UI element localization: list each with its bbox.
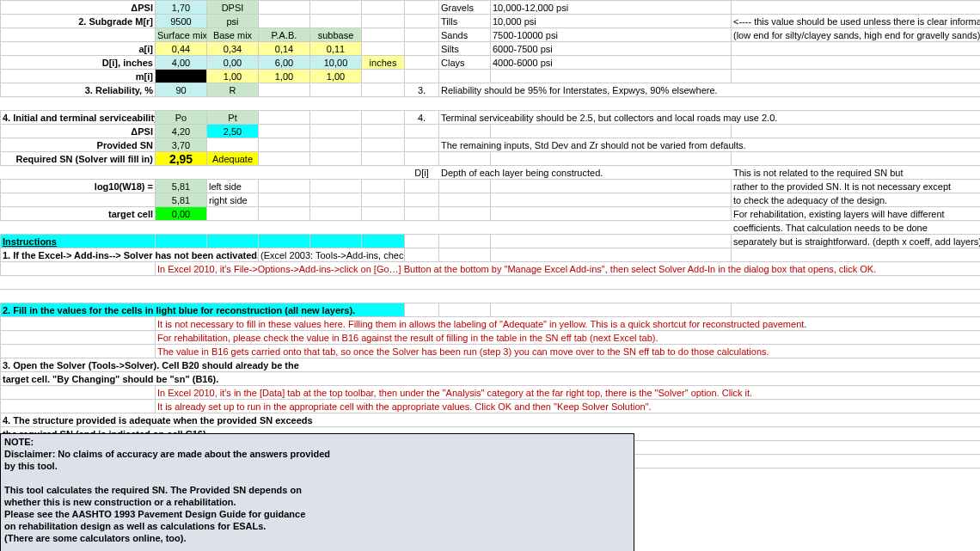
label-sect4: 4. Initial and terminal serviceability (1, 111, 156, 125)
cell-provsn[interactable]: 3,70 (156, 138, 207, 152)
txt-Di: Depth of each layer being constructed. (439, 166, 732, 180)
instr-1p: (Excel 2003: Tools->Add-ins, check the S… (259, 248, 405, 262)
di-n5: coefficients. That calculation needs to … (732, 221, 981, 235)
hdr-R: R (207, 83, 259, 97)
cell-m1[interactable]: 1,00 (207, 70, 259, 83)
note3-text: Reliability should be 95% for Interstate… (439, 83, 981, 97)
di-n2: rather to the provided SN. It is not nec… (732, 180, 981, 193)
cell-dpsi[interactable]: 1,70 (156, 1, 207, 15)
val-clays: 4000-6000 psi (491, 56, 732, 70)
cell-d2[interactable]: 6,00 (259, 56, 310, 70)
instr-2b: For rehabilitation, please check the val… (156, 331, 981, 345)
hdr-base: Base mix (207, 28, 259, 42)
lbl-clays: Clays (439, 56, 491, 70)
cell-m3[interactable]: 1,00 (310, 70, 362, 83)
label-reliability: 3. Reliability, % (1, 83, 156, 97)
label-reqsn: Required SN (Solver will fill in) (1, 152, 156, 166)
label-dpsi2: ΔPSI (1, 125, 156, 138)
instr-3r2: It is already set up to run in the appro… (156, 400, 981, 413)
di-n1: This is not related to the required SN b… (732, 166, 981, 180)
val-silts: 6000-7500 psi (491, 42, 732, 56)
di-n6: separately but is straightforward. (dept… (732, 235, 981, 248)
hdr-surf: Surface mix (156, 28, 207, 42)
val-tills: 10,000 psi (491, 15, 732, 28)
cell-d3[interactable]: 10,00 (310, 56, 362, 70)
spreadsheet-viewport: ΔPSI 1,70 DPSI Gravels 10,000-12,000 psi… (0, 0, 980, 551)
cell-m0 (156, 70, 207, 83)
cell-m2[interactable]: 1,00 (259, 70, 310, 83)
lbl-Di: D[i] (405, 166, 439, 180)
instr-1: 1. If the Excel-> Add-ins--> Solver has … (1, 248, 259, 262)
di-n4: For rehabilitation, existing layers will… (732, 207, 981, 221)
instr-3a: 3. Open the Solver (Tools->Solver). Cell… (1, 358, 981, 372)
worksheet-grid[interactable]: ΔPSI 1,70 DPSI Gravels 10,000-12,000 psi… (0, 0, 980, 468)
label-di: D[i], inches (1, 56, 156, 70)
note-box: NOTE: Disclaimer: No claims of accuracy … (0, 433, 634, 551)
hdr-Pt: Pt (207, 111, 259, 125)
cell-a2[interactable]: 0,14 (259, 42, 310, 56)
hdr-dpsi: DPSI (207, 1, 259, 15)
label-subgrade: 2. Subgrade M[r] (1, 15, 156, 28)
label-log10: log10(W18) = (1, 180, 156, 193)
instr-2c: The value in B16 gets carried onto that … (156, 345, 981, 358)
cell-po[interactable]: 4,20 (156, 125, 207, 138)
lbl-gravels: Gravels (439, 1, 491, 15)
hdr-subb: subbase (310, 28, 362, 42)
instr-2a: It is not necessary to fill in these val… (156, 317, 981, 331)
cell-adequate: Adequate (207, 152, 259, 166)
note-tills: <---- this value should be used unless t… (732, 15, 981, 28)
cell-logR: 5,81 (156, 193, 207, 207)
cell-pt[interactable]: 2,50 (207, 125, 259, 138)
instructions-header: Instructions (1, 235, 156, 248)
label-target: target cell (1, 207, 156, 221)
label-ai: a[i] (1, 42, 156, 56)
instr-3r1: In Excel 2010, it's in the [Data] tab at… (156, 386, 981, 400)
cell-a3[interactable]: 0,11 (310, 42, 362, 56)
cell-d0[interactable]: 4,00 (156, 56, 207, 70)
lbl-left: left side (207, 180, 259, 193)
label-provsn: Provided SN (1, 138, 156, 152)
cell-target[interactable]: 0,00 (156, 207, 207, 221)
val-gravels: 10,000-12,000 psi (491, 1, 732, 15)
note-sands: (low end for silty/clayey sands, high en… (732, 28, 981, 42)
note4-num: 4. (405, 111, 439, 125)
cell-a1[interactable]: 0,34 (207, 42, 259, 56)
cell-logL: 5,81 (156, 180, 207, 193)
val-sands: 7500-10000 psi (491, 28, 732, 42)
cell-rel[interactable]: 90 (156, 83, 207, 97)
cell-d1[interactable]: 0,00 (207, 56, 259, 70)
cell-a0[interactable]: 0,44 (156, 42, 207, 56)
lbl-right: right side (207, 193, 259, 207)
note3-num: 3. (405, 83, 439, 97)
lbl-silts: Silts (439, 42, 491, 56)
instr-3b: target cell. "By Changing" should be "sn… (1, 372, 981, 386)
di-n3: to check the adequacy of the design. (732, 193, 981, 207)
note4-text: Terminal serviceability should be 2.5, b… (439, 111, 981, 125)
hdr-Po: Po (156, 111, 207, 125)
note-remaining: The remaining inputs, Std Dev and Zr sho… (439, 138, 981, 152)
instr-2: 2. Fill in the values for the cells in l… (1, 303, 405, 317)
hdr-inches: inches (362, 56, 405, 70)
label-mi: m[i] (1, 70, 156, 83)
hdr-psi: psi (207, 15, 259, 28)
cell-reqsn[interactable]: 2,95 (156, 152, 207, 166)
cell-mr[interactable]: 9500 (156, 15, 207, 28)
lbl-tills: Tills (439, 15, 491, 28)
label-dpsi: ΔPSI (1, 1, 156, 15)
hdr-pab: P.A.B. (259, 28, 310, 42)
instr-1r: In Excel 2010, it's File->Options->Add-i… (156, 262, 981, 276)
lbl-sands: Sands (439, 28, 491, 42)
instr-4a: 4. The structure provided is adequate wh… (1, 413, 981, 427)
